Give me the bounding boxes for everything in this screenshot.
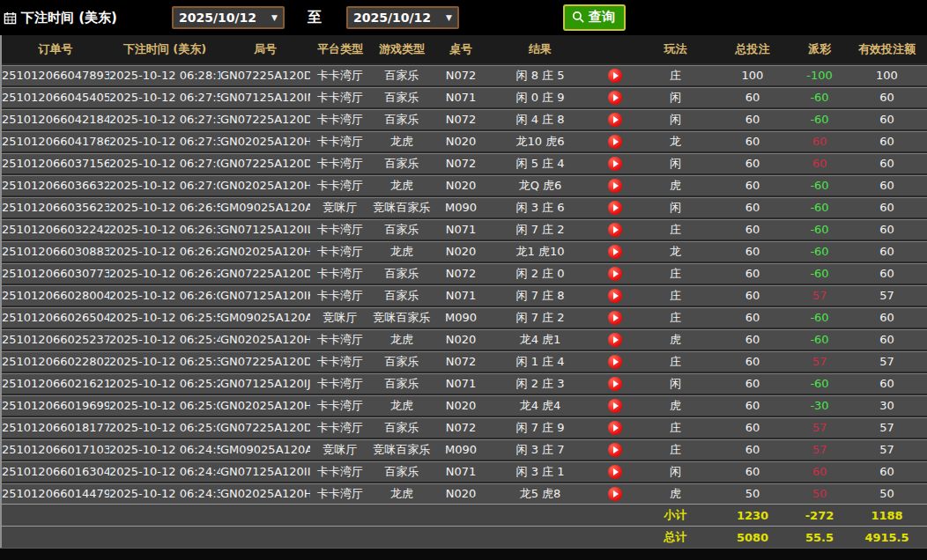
- game-result: 闲 3 庄 6: [488, 198, 592, 217]
- bet-option: 虎: [638, 484, 713, 504]
- payout: 60: [792, 154, 847, 173]
- platform-type: 卡卡湾厅: [310, 242, 370, 262]
- bet-time: 2025-10-12 06:25:44: [109, 330, 220, 350]
- valid-bet: 60: [847, 154, 927, 173]
- payout: -60: [792, 374, 847, 394]
- game-type: 龙虎: [370, 396, 434, 416]
- valid-bet: 60: [847, 374, 927, 394]
- payout: -60: [792, 308, 847, 328]
- bet-time: 2025-10-12 06:24:36: [109, 484, 220, 504]
- replay-icon[interactable]: [608, 289, 622, 303]
- table-row: 251012066016304 2025-10-12 06:24:48 GN07…: [2, 460, 927, 482]
- replay-cell: [592, 352, 638, 372]
- game-result: 闲 7 庄 8: [488, 286, 592, 306]
- replay-icon[interactable]: [608, 245, 622, 259]
- play-triangle-icon: [613, 490, 619, 497]
- replay-cell: [592, 132, 638, 151]
- replay-icon[interactable]: [608, 443, 622, 457]
- valid-bet: 57: [847, 352, 927, 372]
- replay-icon[interactable]: [608, 311, 622, 325]
- play-triangle-icon: [613, 424, 619, 431]
- payout: -60: [792, 330, 847, 350]
- round-id: GN07225A120DB: [220, 154, 310, 173]
- search-button[interactable]: 查询: [563, 4, 626, 31]
- bet-option: 庄: [638, 418, 713, 438]
- replay-icon[interactable]: [608, 179, 622, 193]
- payout: -100: [792, 66, 847, 85]
- bet-time: 2025-10-12 06:24:54: [109, 440, 220, 460]
- replay-icon[interactable]: [608, 91, 622, 105]
- order-id: 251012066025237: [2, 330, 109, 350]
- bet-option: 闲: [638, 462, 713, 482]
- payout: 50: [792, 484, 847, 504]
- total-total-bet: 5080: [713, 531, 792, 544]
- bet-time: 2025-10-12 06:27:00: [109, 176, 220, 195]
- order-id: 251012066019699: [2, 396, 109, 416]
- replay-icon[interactable]: [608, 487, 622, 501]
- bet-time: 2025-10-12 06:27:57: [109, 88, 220, 107]
- replay-icon[interactable]: [608, 157, 622, 171]
- bet-time: 2025-10-12 06:26:30: [109, 220, 220, 239]
- subtotal-payout: -272: [792, 509, 847, 522]
- column-header: 结果: [488, 41, 592, 57]
- date-to-select[interactable]: 2025/10/12 ▼: [346, 6, 459, 29]
- play-triangle-icon: [613, 204, 619, 211]
- valid-bet: 60: [847, 462, 927, 482]
- game-result: 龙4 虎4: [488, 396, 592, 416]
- table-row: 251012066030773 2025-10-12 06:26:20 GN07…: [2, 262, 927, 284]
- total-bet: 60: [713, 132, 792, 151]
- order-id: 251012066041786: [2, 132, 109, 151]
- total-bet: 60: [713, 88, 792, 107]
- table-number: N071: [434, 286, 488, 306]
- magnifier-icon: [572, 11, 585, 24]
- play-triangle-icon: [613, 402, 619, 409]
- platform-type: 卡卡湾厅: [310, 264, 370, 284]
- platform-type: 卡卡湾厅: [310, 462, 370, 482]
- table-row: 251012066041786 2025-10-12 06:27:35 GN02…: [2, 129, 927, 151]
- replay-icon[interactable]: [608, 355, 622, 369]
- game-result: 闲 8 庄 5: [488, 66, 592, 85]
- play-triangle-icon: [613, 116, 619, 123]
- replay-icon[interactable]: [608, 421, 622, 435]
- platform-type: 竞咪厅: [310, 440, 370, 460]
- to-label: 至: [308, 9, 322, 27]
- replay-icon[interactable]: [608, 465, 622, 479]
- game-type: 龙虎: [370, 242, 434, 262]
- order-id: 251012066026504: [2, 308, 109, 328]
- bet-option: 庄: [638, 352, 713, 372]
- replay-icon[interactable]: [608, 223, 622, 237]
- round-id: GM09025A120AB: [220, 308, 310, 328]
- replay-icon[interactable]: [608, 267, 622, 281]
- table-number: N020: [434, 330, 488, 350]
- table-number: M090: [434, 440, 488, 460]
- valid-bet: 57: [847, 418, 927, 438]
- date-from-select[interactable]: 2025/10/12 ▼: [172, 6, 285, 29]
- table-number: N020: [434, 242, 488, 262]
- replay-icon[interactable]: [608, 333, 622, 347]
- payout: 60: [792, 462, 847, 482]
- bet-option: 庄: [638, 286, 713, 306]
- column-header: 下注时间 (美东): [109, 41, 220, 57]
- replay-icon[interactable]: [608, 135, 622, 149]
- replay-icon[interactable]: [608, 69, 622, 83]
- bet-option: 庄: [638, 66, 713, 85]
- replay-icon[interactable]: [608, 113, 622, 127]
- table-row: 251012066026504 2025-10-12 06:25:54 GM09…: [2, 306, 927, 328]
- total-bet: 60: [713, 462, 792, 482]
- play-triangle-icon: [613, 160, 619, 167]
- replay-icon[interactable]: [608, 377, 622, 391]
- table-number: N020: [434, 484, 488, 504]
- table-number: N072: [434, 110, 488, 129]
- play-triangle-icon: [613, 94, 619, 101]
- replay-icon[interactable]: [608, 201, 622, 215]
- replay-icon[interactable]: [608, 399, 622, 413]
- table-number: N072: [434, 154, 488, 173]
- table-row: 251012066035623 2025-10-12 06:26:54 GM09…: [2, 195, 927, 217]
- bet-option: 闲: [638, 374, 713, 394]
- replay-cell: [592, 242, 638, 262]
- bet-option: 闲: [638, 198, 713, 217]
- total-bet: 60: [713, 264, 792, 284]
- subtotal-row: 小计 1230 -272 1188: [2, 504, 927, 526]
- bet-time: 2025-10-12 06:26:20: [109, 264, 220, 284]
- bet-option: 庄: [638, 264, 713, 284]
